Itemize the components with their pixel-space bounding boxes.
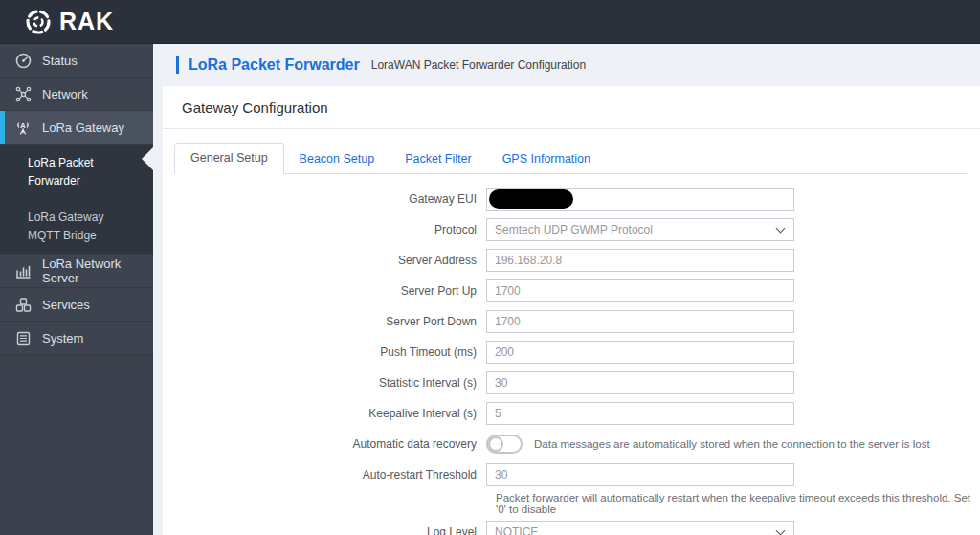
server-icon — [14, 329, 32, 346]
main-area: LoRa Packet Forwarder LoraWAN Packet For… — [153, 44, 980, 535]
active-item-pointer — [142, 147, 153, 170]
title-accent-bar — [176, 56, 179, 74]
auto-recovery-row: Automatic data recovery Data messages ar… — [163, 433, 980, 456]
sidebar-item-label: System — [42, 331, 83, 346]
page-subtitle: LoraWAN Packet Forwarder Configuration — [371, 58, 586, 72]
server-port-up-label: Server Port Up — [163, 284, 486, 298]
log-level-label: Log Level — [163, 525, 486, 535]
push-timeout-label: Push Timeout (ms) — [163, 346, 486, 359]
sidebar-item-label: LoRa Gateway — [42, 121, 124, 135]
auto-restart-row: Auto-restart Threshold — [163, 463, 980, 486]
page-header: LoRa Packet Forwarder LoraWAN Packet For… — [153, 44, 980, 86]
chevron-down-icon — [776, 223, 786, 233]
gateway-configuration-card: Gateway Configuration General Setup Beac… — [163, 86, 980, 535]
toggle-knob — [488, 436, 503, 452]
rak-logo-icon — [25, 9, 52, 35]
tab-bar: General Setup Beacon Setup Packet Filter… — [174, 142, 967, 174]
sidebar-item-network[interactable]: Network — [0, 78, 153, 111]
antenna-icon: A — [14, 119, 32, 136]
sidebar-item-label: LoRa Network Server — [42, 256, 153, 285]
keepalive-interval-input[interactable] — [486, 402, 794, 425]
auto-restart-label: Auto-restart Threshold — [163, 468, 486, 481]
sidebar-subitem-lora-packet-forwarder[interactable]: LoRa Packet Forwarder — [0, 145, 153, 199]
cubes-icon — [14, 296, 32, 313]
log-level-value: NOTICE — [495, 525, 538, 535]
log-level-row: Log Level NOTICE — [163, 521, 980, 535]
protocol-row: Protocol Semtech UDP GWMP Protocol — [163, 218, 980, 241]
gauge-icon — [14, 52, 32, 69]
sidebar-item-label: Network — [42, 87, 88, 101]
tab-beacon-setup[interactable]: Beacon Setup — [284, 145, 390, 174]
statistic-interval-input[interactable] — [486, 371, 794, 394]
server-address-input[interactable] — [486, 249, 794, 272]
chevron-down-icon — [776, 525, 786, 535]
server-address-row: Server Address — [163, 249, 980, 272]
server-port-up-input[interactable] — [486, 279, 794, 302]
redaction-blob — [489, 189, 573, 209]
statistic-interval-label: Statistic Interval (s) — [163, 376, 486, 390]
push-timeout-input[interactable] — [486, 341, 794, 364]
bar-chart-icon — [14, 262, 32, 279]
gateway-eui-label: Gateway EUI — [163, 192, 486, 206]
server-port-down-input[interactable] — [486, 310, 794, 333]
sidebar-item-status[interactable]: Status — [0, 44, 153, 78]
server-port-down-label: Server Port Down — [163, 315, 486, 328]
server-address-label: Server Address — [163, 254, 486, 267]
tab-packet-filter[interactable]: Packet Filter — [390, 145, 486, 174]
sidebar-item-lora-network-server[interactable]: LoRa Network Server — [0, 255, 153, 288]
protocol-select[interactable]: Semtech UDP GWMP Protocol — [486, 218, 794, 241]
auto-restart-note: Packet forwarder will automatically rest… — [496, 492, 980, 515]
auto-recovery-label: Automatic data recovery — [163, 437, 486, 451]
lora-gateway-submenu: LoRa Packet Forwarder LoRa Gateway MQTT … — [0, 145, 153, 255]
brand-name: RAK — [59, 8, 114, 35]
tab-gps-information[interactable]: GPS Information — [487, 145, 606, 174]
page-title: LoRa Packet Forwarder — [189, 56, 360, 74]
push-timeout-row: Push Timeout (ms) — [163, 341, 980, 364]
tab-general-setup[interactable]: General Setup — [174, 143, 284, 174]
card-title: Gateway Configuration — [163, 86, 980, 129]
sidebar-item-label: Status — [42, 54, 78, 68]
brand-logo: RAK — [0, 8, 114, 35]
sidebar-item-system[interactable]: System — [0, 322, 153, 355]
protocol-label: Protocol — [163, 223, 486, 236]
protocol-value: Semtech UDP GWMP Protocol — [495, 223, 653, 236]
sidebar-item-lora-gateway[interactable]: A LoRa Gateway — [0, 111, 153, 145]
general-setup-form: Gateway EUI Protocol Semtech UDP GWMP Pr… — [163, 188, 980, 535]
network-icon — [14, 85, 32, 102]
gateway-eui-row: Gateway EUI — [163, 188, 980, 211]
gateway-eui-field[interactable] — [486, 188, 794, 211]
auto-restart-input[interactable] — [486, 463, 794, 486]
sidebar-subitem-lora-gateway-mqtt-bridge[interactable]: LoRa Gateway MQTT Bridge — [0, 199, 124, 254]
top-bar: RAK — [0, 0, 980, 44]
sidebar: Status Network A LoRa Gateway — [0, 44, 153, 535]
keepalive-interval-row: Keepalive Interval (s) — [163, 402, 980, 425]
keepalive-interval-label: Keepalive Interval (s) — [163, 407, 486, 420]
auto-recovery-toggle[interactable] — [486, 435, 523, 454]
sidebar-item-label: Services — [42, 298, 90, 312]
sidebar-item-services[interactable]: Services — [0, 288, 153, 322]
log-level-select[interactable]: NOTICE — [486, 521, 794, 535]
auto-recovery-note: Data messages are automatically stored w… — [534, 438, 930, 450]
server-port-up-row: Server Port Up — [163, 279, 980, 302]
statistic-interval-row: Statistic Interval (s) — [163, 371, 980, 394]
server-port-down-row: Server Port Down — [163, 310, 980, 333]
